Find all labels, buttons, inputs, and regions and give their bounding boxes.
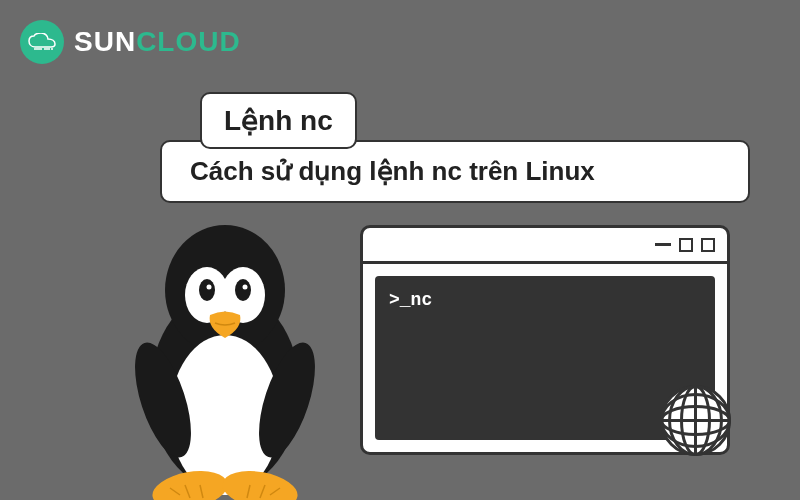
cloud-logo-icon [20,20,64,64]
svg-point-11 [243,285,248,290]
tux-penguin-icon [125,220,325,500]
globe-icon [658,383,733,458]
svg-point-2 [51,48,53,50]
close-icon [701,238,715,252]
svg-point-9 [235,279,251,301]
brand-sun: SUN [74,26,136,57]
svg-point-8 [199,279,215,301]
brand-logo: SUNCLOUD [20,20,241,64]
maximize-icon [679,238,693,252]
subtitle-text: Cách sử dụng lệnh nc trên Linux [190,156,595,186]
subtitle-box: Cách sử dụng lệnh nc trên Linux [160,140,750,203]
title-box: Lệnh nc [200,92,357,149]
brand-cloud: CLOUD [136,26,241,57]
title-text: Lệnh nc [224,105,333,136]
terminal-window: >_nc [360,225,730,455]
minimize-icon [655,243,671,246]
brand-text: SUNCLOUD [74,26,241,58]
terminal-titlebar [363,228,727,264]
terminal-prompt: >_nc [389,290,432,310]
svg-point-10 [207,285,212,290]
